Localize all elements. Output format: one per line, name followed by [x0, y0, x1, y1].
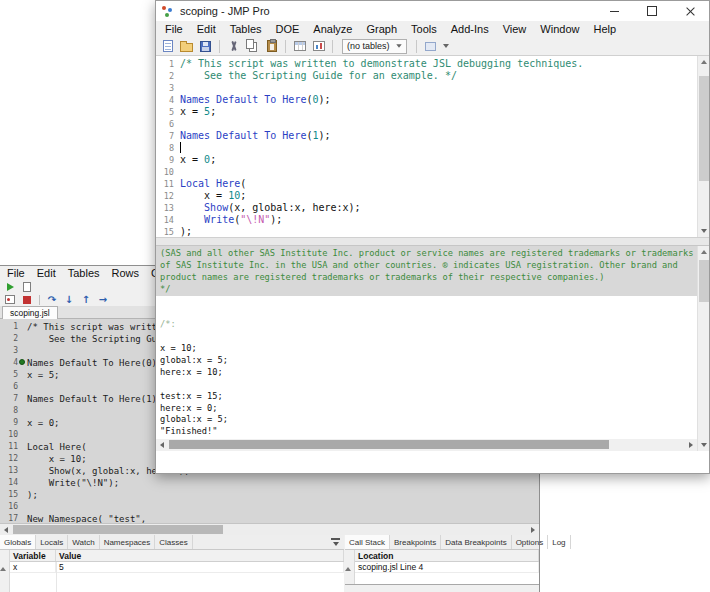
editor-line[interactable]: 8	[156, 142, 697, 154]
breakpoint-gutter[interactable]	[18, 489, 27, 501]
breakpoint-gutter[interactable]	[18, 381, 27, 393]
scrollbar-thumb[interactable]	[169, 440, 609, 449]
editor-line[interactable]: 11Local Here(	[156, 178, 697, 190]
breakpoint-gutter[interactable]	[18, 405, 27, 417]
minimize-button[interactable]	[595, 1, 633, 21]
breakpoint-gutter[interactable]	[18, 345, 27, 357]
panel-pin-icon[interactable]	[330, 538, 341, 547]
editor-line[interactable]: 5x = 5;	[156, 106, 697, 118]
scroll-right-icon[interactable]	[685, 439, 697, 451]
editor-line[interactable]: 14 Write("\!N");	[156, 214, 697, 226]
breakpoint-gutter[interactable]	[18, 369, 27, 381]
data-table-icon[interactable]	[291, 38, 308, 55]
open-log-icon[interactable]	[20, 281, 34, 293]
debugger-editor-line[interactable]: 17New Namespace( "test",	[0, 513, 539, 523]
new-script-icon[interactable]	[159, 38, 176, 55]
debugger-menu-item-tables[interactable]: Tables	[62, 267, 106, 279]
editor-line[interactable]: 12 x = 10;	[156, 190, 697, 202]
breakpoint-gutter[interactable]	[18, 393, 27, 405]
scroll-up-icon[interactable]	[0, 550, 6, 571]
debugger-menu-item-file[interactable]: File	[1, 267, 31, 279]
scroll-up-icon[interactable]	[345, 550, 351, 571]
paste-icon[interactable]	[263, 38, 280, 55]
editor-line[interactable]: 6	[156, 118, 697, 130]
cut-icon[interactable]	[225, 38, 242, 55]
menu-item-doe[interactable]: DOE	[269, 23, 307, 35]
breakpoint-gutter[interactable]	[18, 333, 27, 345]
debugger-menu-item-rows[interactable]: Rows	[106, 267, 146, 279]
breakpoint-gutter[interactable]	[18, 357, 27, 369]
menu-item-analyze[interactable]: Analyze	[306, 23, 359, 35]
callstack-tab-log[interactable]: Log	[548, 535, 570, 549]
callstack-tab-breakpoints[interactable]: Breakpoints	[390, 535, 441, 549]
breakpoint-list-icon[interactable]	[3, 294, 17, 306]
editor-line[interactable]: 13 Show(x, global:x, here:x);	[156, 202, 697, 214]
breakpoint-gutter[interactable]	[18, 513, 27, 523]
variables-scrollbar[interactable]	[0, 550, 10, 592]
breakpoint-gutter[interactable]	[18, 321, 27, 333]
callstack-tab-data-breakpoints[interactable]: Data Breakpoints	[441, 535, 511, 549]
tables-dropdown[interactable]: (no tables)	[342, 39, 407, 54]
scroll-down-icon[interactable]	[698, 225, 710, 237]
menu-item-tables[interactable]: Tables	[223, 23, 269, 35]
editor-line[interactable]: 2 See the Scripting Guide for an example…	[156, 70, 697, 82]
editor-vertical-scrollbar[interactable]	[697, 56, 709, 237]
run-script-icon[interactable]	[3, 281, 17, 293]
step-over-icon[interactable]: ↷	[45, 294, 59, 306]
script-editor[interactable]: 1/* This script was written to demonstra…	[156, 56, 709, 237]
scrollbar-thumb[interactable]	[699, 260, 709, 302]
open-icon[interactable]	[178, 38, 195, 55]
toolbar-overflow-icon[interactable]	[443, 44, 449, 48]
callstack-tab-options[interactable]: Options	[512, 535, 549, 549]
scroll-left-icon[interactable]	[156, 439, 168, 451]
editor-line[interactable]: 9x = 0;	[156, 154, 697, 166]
editor-line[interactable]: 10	[156, 166, 697, 178]
graph-icon[interactable]	[310, 38, 327, 55]
step-out-icon[interactable]: ↑	[79, 294, 93, 306]
breakpoint-gutter[interactable]	[18, 429, 27, 441]
callstack-row[interactable]: scoping.jsl Line 4	[355, 562, 539, 573]
editor-line[interactable]: 4Names Default To Here(0);	[156, 94, 697, 106]
breakpoint-gutter[interactable]	[18, 501, 27, 513]
menu-item-add-ins[interactable]: Add-Ins	[444, 23, 496, 35]
breakpoint-gutter[interactable]	[18, 417, 27, 429]
editor-log-splitter[interactable]	[156, 237, 709, 246]
scroll-down-icon[interactable]	[698, 439, 710, 451]
log-pane[interactable]: (SAS and all other SAS Institute Inc. pr…	[156, 246, 709, 473]
debugger-editor-line[interactable]: 14 Write("\!N");	[0, 477, 539, 489]
menu-item-help[interactable]: Help	[586, 23, 623, 35]
scroll-right-icon[interactable]	[527, 524, 539, 535]
debugger-editor-line[interactable]: 16	[0, 501, 539, 513]
menu-item-view[interactable]: View	[496, 23, 534, 35]
editor-line[interactable]: 3	[156, 82, 697, 94]
toolbar-options-icon[interactable]	[422, 38, 439, 55]
breakpoint-gutter[interactable]	[18, 465, 27, 477]
variables-tab-namespaces[interactable]: Namespaces	[100, 535, 156, 549]
callstack-tab-call-stack[interactable]: Call Stack	[345, 535, 390, 549]
editor-line[interactable]: 7Names Default To Here(1);	[156, 130, 697, 142]
variables-row[interactable]: x5	[10, 562, 344, 573]
scroll-up-icon[interactable]	[698, 246, 710, 258]
breakpoint-gutter[interactable]	[18, 453, 27, 465]
menu-item-file[interactable]: File	[158, 23, 190, 35]
save-icon[interactable]	[197, 38, 214, 55]
callstack-scrollbar[interactable]	[345, 550, 355, 584]
menu-item-tools[interactable]: Tools	[404, 23, 444, 35]
tab-scoping-jsl[interactable]: scoping.jsl	[2, 306, 58, 319]
scrollbar-thumb[interactable]	[13, 525, 223, 534]
menu-item-window[interactable]: Window	[533, 23, 586, 35]
variables-tab-classes[interactable]: Classes	[155, 535, 192, 549]
stop-icon[interactable]	[20, 294, 34, 306]
script-editor-lines[interactable]: 1/* This script was written to demonstra…	[156, 56, 697, 237]
step-into-icon[interactable]: ↓	[62, 294, 76, 306]
debugger-menu-item-edit[interactable]: Edit	[31, 267, 62, 279]
variables-tab-watch[interactable]: Watch	[68, 535, 99, 549]
debugger-editor-line[interactable]: 15);	[0, 489, 539, 501]
copy-icon[interactable]	[244, 38, 261, 55]
breakpoint-gutter[interactable]	[18, 477, 27, 489]
run-to-cursor-icon[interactable]: →	[96, 294, 110, 306]
title-bar[interactable]: scoping - JMP Pro	[156, 1, 709, 21]
menu-item-edit[interactable]: Edit	[190, 23, 223, 35]
scroll-left-icon[interactable]	[0, 524, 12, 535]
editor-line[interactable]: 15);	[156, 226, 697, 237]
